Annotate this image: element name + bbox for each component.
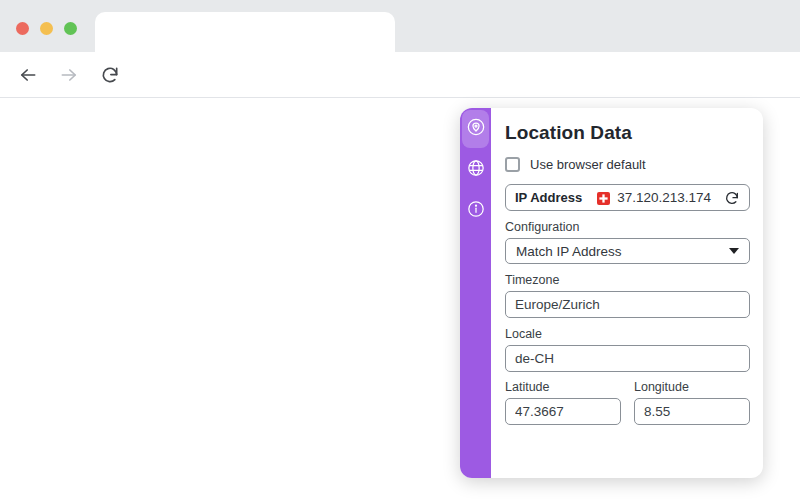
page-content: Location Data Use browser default IP Add… xyxy=(0,99,800,500)
timezone-label: Timezone xyxy=(505,274,750,287)
popup-main: Location Data Use browser default IP Add… xyxy=(491,108,763,478)
ip-address-value: 37.120.213.174 xyxy=(617,190,711,205)
longitude-field: Longitude xyxy=(634,381,750,425)
longitude-input[interactable] xyxy=(634,398,750,425)
configuration-field: Configuration Match IP Address xyxy=(505,221,750,264)
sidebar-item-info[interactable] xyxy=(462,192,489,230)
use-browser-default-label: Use browser default xyxy=(530,157,646,172)
use-browser-default-row[interactable]: Use browser default xyxy=(505,156,750,172)
window-controls xyxy=(16,22,77,35)
minimize-window-button[interactable] xyxy=(40,22,53,35)
ip-address-row: IP Address 37.120.213.174 xyxy=(505,184,750,211)
sidebar-item-browser-data[interactable] xyxy=(462,151,489,189)
browser-window: Location Data Use browser default IP Add… xyxy=(0,0,800,500)
browser-titlebar xyxy=(0,0,800,52)
popup-title: Location Data xyxy=(505,122,750,144)
swiss-flag-icon xyxy=(597,191,610,204)
info-icon xyxy=(466,199,486,223)
refresh-ip-icon[interactable] xyxy=(724,190,740,206)
chevron-down-icon xyxy=(729,248,739,254)
forward-icon[interactable] xyxy=(59,65,79,85)
configuration-selected-value: Match IP Address xyxy=(516,244,622,259)
globe-icon xyxy=(466,158,486,182)
configuration-select[interactable]: Match IP Address xyxy=(505,238,750,264)
browser-tab[interactable] xyxy=(95,12,395,52)
close-window-button[interactable] xyxy=(16,22,29,35)
latitude-label: Latitude xyxy=(505,381,621,394)
location-pin-icon xyxy=(466,117,486,141)
configuration-label: Configuration xyxy=(505,221,750,234)
locale-field: Locale xyxy=(505,328,750,372)
reload-icon[interactable] xyxy=(100,65,120,85)
extension-popup: Location Data Use browser default IP Add… xyxy=(460,108,763,478)
popup-sidebar xyxy=(460,108,491,478)
latitude-input[interactable] xyxy=(505,398,621,425)
latitude-field: Latitude xyxy=(505,381,621,425)
use-browser-default-checkbox[interactable] xyxy=(505,157,520,172)
maximize-window-button[interactable] xyxy=(64,22,77,35)
coordinates-row: Latitude Longitude xyxy=(505,381,750,425)
locale-label: Locale xyxy=(505,328,750,341)
browser-toolbar xyxy=(0,52,800,98)
longitude-label: Longitude xyxy=(634,381,750,394)
ip-address-label: IP Address xyxy=(515,190,582,205)
locale-input[interactable] xyxy=(505,345,750,372)
timezone-field: Timezone xyxy=(505,274,750,318)
sidebar-item-location[interactable] xyxy=(462,110,489,148)
timezone-input[interactable] xyxy=(505,291,750,318)
back-icon[interactable] xyxy=(18,65,38,85)
